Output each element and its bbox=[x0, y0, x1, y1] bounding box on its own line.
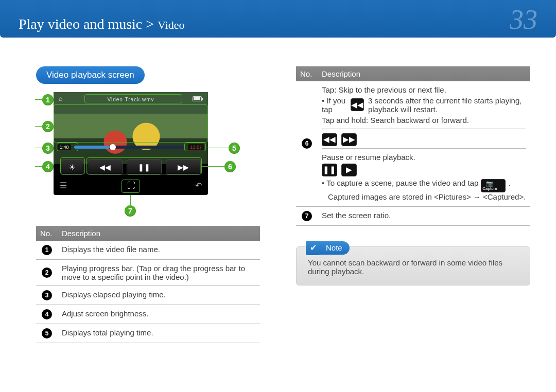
r6-line1: Tap: Skip to the previous or next file. bbox=[322, 85, 526, 94]
row-desc: Tap: Skip to the previous or next file. … bbox=[318, 81, 530, 207]
left-column: Video playback screen ⌂ Video Track.wmv … bbox=[36, 66, 260, 343]
row-desc: Playing progress bar. (Tap or drag the p… bbox=[58, 259, 260, 286]
r6-line2a: • If you tap bbox=[322, 96, 348, 114]
table-row: 3Displays elapsed playing time. bbox=[36, 286, 260, 305]
row-num-6: 6 bbox=[302, 138, 312, 149]
list-icon[interactable]: ☰ bbox=[60, 181, 67, 190]
section-title: Video playback screen bbox=[36, 66, 145, 84]
progress-row: 1:48 13:57 bbox=[58, 144, 204, 151]
r6-line2b: 3 seconds after the current file starts … bbox=[368, 96, 526, 114]
row-num-3: 3 bbox=[42, 290, 52, 300]
row-num-5: 5 bbox=[42, 328, 52, 338]
row-desc: Set the screen ratio. bbox=[318, 206, 530, 225]
row-num-4: 4 bbox=[42, 309, 52, 319]
th-desc: Description bbox=[58, 226, 260, 241]
right-desc-table: No. Description 6 Tap: Skip to the previ… bbox=[296, 66, 530, 226]
content: Video playback screen ⌂ Video Track.wmv … bbox=[0, 38, 556, 343]
callout-6: 6 bbox=[224, 161, 236, 172]
table-row: 5Displays total playing time. bbox=[36, 324, 260, 343]
manual-page: Play video and music > Video 33 Video pl… bbox=[0, 0, 556, 392]
note-icon: ✔ bbox=[306, 241, 320, 255]
left-desc-table: No. Description 1Displays the video file… bbox=[36, 226, 260, 343]
forward-icon: ▶▶ bbox=[341, 133, 357, 146]
progress-bar[interactable] bbox=[74, 146, 185, 149]
breadcrumb-sep: > bbox=[146, 16, 154, 32]
r6-line4: Pause or resume playback. bbox=[322, 153, 526, 162]
note-body: You cannot scan backward or forward in s… bbox=[306, 258, 520, 276]
note-box: ✔ Note You cannot scan backward or forwa… bbox=[296, 246, 530, 286]
back-icon[interactable]: ↶ bbox=[195, 181, 202, 190]
callout-5: 5 bbox=[229, 142, 240, 154]
play-icon: ▶ bbox=[341, 164, 357, 176]
player: ⌂ Video Track.wmv 1:48 13:57 ☀ ◀◀ ❚❚ ▶▶ bbox=[54, 92, 208, 195]
right-column: No. Description 6 Tap: Skip to the previ… bbox=[296, 66, 530, 343]
breadcrumb: Play video and music > Video bbox=[19, 16, 185, 32]
pause-icon: ❚❚ bbox=[322, 164, 337, 176]
table-row: 2Playing progress bar. (Tap or drag the … bbox=[36, 259, 260, 286]
th-no: No. bbox=[296, 66, 318, 81]
table-row: 1Displays the video file name. bbox=[36, 241, 260, 260]
row-desc: Adjust screen brightness. bbox=[58, 305, 260, 324]
breadcrumb-main: Play video and music bbox=[19, 16, 142, 32]
breadcrumb-sub: Video bbox=[158, 19, 184, 31]
row-desc: Displays elapsed playing time. bbox=[58, 286, 260, 305]
capture-button-icon: 📷 Capture bbox=[481, 179, 506, 192]
callout-4: 4 bbox=[42, 161, 54, 172]
row-num-7: 7 bbox=[302, 211, 312, 221]
row-num-1: 1 bbox=[42, 245, 52, 255]
th-no: No. bbox=[36, 226, 58, 241]
callout-2: 2 bbox=[42, 121, 54, 132]
rewind-icon: ◀◀ bbox=[351, 98, 364, 111]
table-row: 7 Set the screen ratio. bbox=[296, 206, 530, 225]
page-number: 33 bbox=[510, 7, 537, 32]
top-bar: Play video and music > Video 33 bbox=[0, 0, 556, 38]
table-row: 6 Tap: Skip to the previous or next file… bbox=[296, 81, 530, 207]
row-num-2: 2 bbox=[42, 268, 52, 278]
battery-icon bbox=[193, 96, 202, 101]
note-header: ✔ Note bbox=[306, 241, 520, 255]
row-desc: Displays total playing time. bbox=[58, 324, 260, 343]
capture-label: Capture bbox=[489, 187, 497, 191]
callout-3: 3 bbox=[42, 142, 54, 154]
table-row: 4Adjust screen brightness. bbox=[36, 305, 260, 324]
r6-line3: Tap and hold: Search backward or forward… bbox=[322, 116, 526, 129]
rewind-icon: ◀◀ bbox=[322, 133, 337, 146]
row-desc: Displays the video file name. bbox=[58, 241, 260, 260]
note-label: Note bbox=[319, 241, 350, 255]
player-screenshot: ⌂ Video Track.wmv 1:48 13:57 ☀ ◀◀ ❚❚ ▶▶ bbox=[54, 92, 239, 205]
th-desc: Description bbox=[318, 66, 530, 81]
r6-line5a: • To capture a scene, pause the video an… bbox=[322, 179, 478, 187]
callout-1: 1 bbox=[42, 94, 54, 105]
